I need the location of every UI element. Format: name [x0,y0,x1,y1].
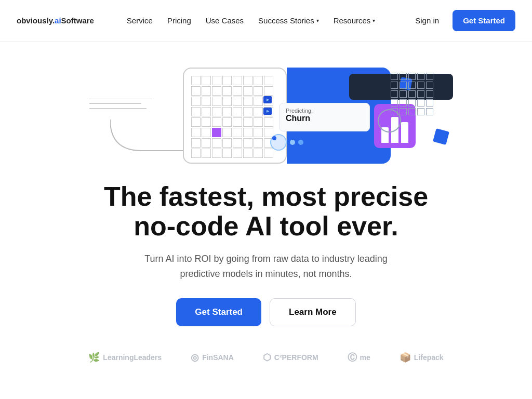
grid-cell [191,76,201,85]
nav-actions: Sign in Get Started [408,10,515,31]
c2perform-label: C²PERFORM [274,353,318,362]
cme-label: me [360,353,370,362]
grid-cell [243,128,252,137]
bar-3 [401,122,408,143]
lifepack-label: Lifepack [414,353,444,362]
side-buttons [263,96,272,115]
grid-cell [202,97,211,106]
grid-cell [264,117,273,127]
logo-c2perform: ⬡ C²PERFORM [263,352,318,363]
grid-cell [254,117,263,127]
grid-cell [243,107,252,116]
grid-cell [264,76,273,85]
hero-subtext: Turn AI into ROI by going from raw data … [131,251,401,282]
side-btn-2 [263,108,272,115]
learning-leaders-icon: 🌿 [88,352,100,363]
get-started-nav-button[interactable]: Get Started [453,10,515,31]
grid-cell [212,86,221,96]
grid-cell [233,138,242,148]
deco-grid-cell [417,99,424,107]
grid-cell [233,76,242,85]
grid-cell [243,138,252,148]
logo-cme: Ⓒ me [348,351,370,364]
grid-cell [212,128,221,137]
grid-cell [191,107,201,116]
cme-icon: Ⓒ [348,351,357,364]
sign-in-button[interactable]: Sign in [408,12,446,29]
grid-cell [243,97,252,106]
get-started-button[interactable]: Get Started [176,298,261,326]
nav-item-pricing[interactable]: Pricing [167,16,191,25]
grid-cell [191,117,201,127]
indicator-1 [290,140,295,145]
deco-grid-cell [400,108,407,115]
indicator-2 [298,140,303,145]
deco-grid-cell [391,99,398,107]
hero-section: Predicting: Churn [0,42,532,364]
grid-cell [212,107,221,116]
logo-lifepack: 📦 Lifepack [400,352,444,363]
grid-cell [212,149,221,158]
grid-cell [212,117,221,127]
grid-cell [202,117,211,127]
grid-cell [233,107,242,116]
grid-cell [233,149,242,158]
grid-cell [191,138,201,148]
grid-cell [254,128,263,137]
nav-item-success-stories[interactable]: Success Stories ▾ [258,16,319,25]
nav-item-resources[interactable]: Resources ▾ [334,16,376,25]
grid-inner [191,76,278,158]
machine-group: Predicting: Churn [183,68,391,164]
deco-grid-cell [426,99,433,107]
grid-cell [264,86,273,96]
side-btn-1 [263,96,272,103]
nav-item-service[interactable]: Service [127,16,153,25]
learn-more-button[interactable]: Learn More [270,298,356,326]
grid-cell [202,107,211,116]
deco-grid-cell [426,108,433,115]
grid-cell [212,76,221,85]
grid-cell [233,97,242,106]
deco-grid-cell [417,108,424,115]
grid-cell [254,86,263,96]
deco-grid-cell [417,90,424,98]
grid-cell [222,97,232,106]
nav-item-use-cases[interactable]: Use Cases [206,16,244,25]
deco-grid-cell [391,82,398,89]
grid-cell [243,76,252,85]
grid-cell [254,149,263,158]
knob-area [270,134,303,151]
deco-grid-cell [426,90,433,98]
finsana-icon: ◎ [191,352,199,363]
grid-cell [222,149,232,158]
grid-cell [202,149,211,158]
logo-ai: ai [55,16,61,25]
learning-leaders-label: LearningLeaders [103,353,162,362]
deco-grid-cell [391,108,398,115]
grid-cell [222,76,232,85]
grid-cell [191,149,201,158]
nav-links: Service Pricing Use Cases Success Storie… [127,16,376,25]
logo[interactable]: obviously.aiSoftware [17,16,94,25]
knob [270,134,287,151]
hero-buttons: Get Started Learn More [95,298,437,326]
deco-grid-cell [400,82,407,89]
deco-grid-cell [426,73,433,80]
deco-grid-cell [391,73,398,80]
grid-cell [243,86,252,96]
hero-illustration: Predicting: Churn [69,52,463,177]
grid-cell [254,107,263,116]
grid-cell [222,107,232,116]
logo-text: obviously. [17,16,55,25]
deco-grid-cell [400,90,407,98]
finsana-label: FinSANA [202,353,234,362]
deco-grid-cell [400,73,407,80]
deco-grid-cell [391,90,398,98]
grid-cell [243,149,252,158]
lifepack-icon: 📦 [400,352,411,363]
c2perform-icon: ⬡ [263,352,271,363]
deco-grid-cell [426,82,433,89]
deco-dot-grid [391,73,432,114]
deco-grid-cell [400,99,407,107]
grid-cell [233,128,242,137]
